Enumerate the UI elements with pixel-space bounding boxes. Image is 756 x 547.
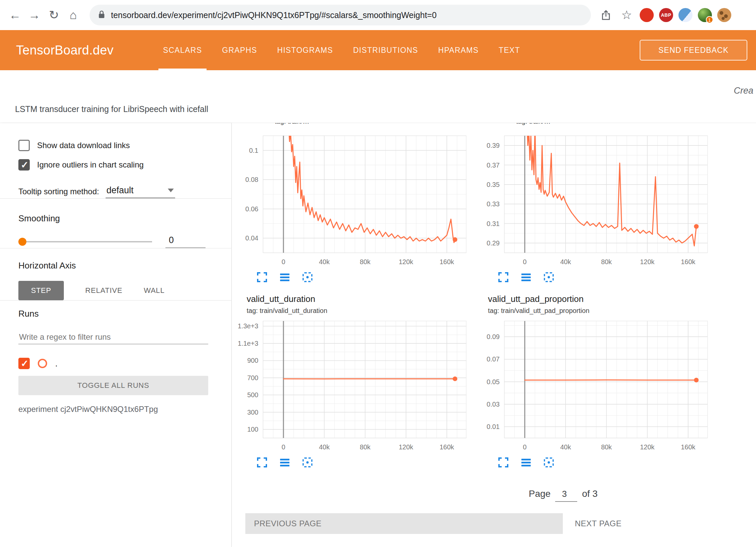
smoothing-row: 0 — [18, 235, 208, 248]
smoothing-slider[interactable] — [18, 237, 152, 246]
experiment-description: LSTM transducer training for LibriSpeech… — [15, 104, 208, 114]
divider — [0, 300, 231, 301]
chart-actions — [255, 456, 469, 469]
tab-scalars[interactable]: SCALARS — [153, 30, 212, 70]
horizontal-lines-icon[interactable] — [278, 456, 291, 469]
fit-domain-icon[interactable] — [542, 456, 555, 469]
page-total-label: of 3 — [582, 488, 598, 499]
svg-text:40k: 40k — [560, 258, 571, 265]
clipped-chart-tag: tag: train/… — [516, 123, 710, 127]
svg-text:0.33: 0.33 — [487, 200, 500, 208]
tab-histograms[interactable]: HISTOGRAMS — [267, 30, 343, 70]
home-icon[interactable]: ⌂ — [64, 5, 83, 25]
cookie-icon[interactable] — [717, 8, 731, 22]
axis-step-button[interactable]: STEP — [18, 281, 64, 300]
send-feedback-button[interactable]: SEND FEEDBACK — [640, 40, 747, 61]
chart-actions — [255, 270, 469, 284]
expand-chart-icon[interactable] — [497, 270, 510, 284]
smoothing-value-input[interactable]: 0 — [165, 235, 206, 248]
tab-graphs[interactable]: GRAPHS — [212, 30, 267, 70]
tab-hparams[interactable]: HPARAMS — [428, 30, 489, 70]
back-icon[interactable]: ← — [5, 5, 25, 25]
charts-main: tag: train/… 0.040.060.080.1040k80k120k1… — [232, 123, 756, 547]
chart-tag: tag: train/valid_utt_pad_proportion — [488, 307, 710, 315]
runs-filter-input[interactable] — [18, 330, 208, 344]
svg-text:0.01: 0.01 — [487, 423, 500, 430]
expand-chart-icon[interactable] — [255, 456, 269, 469]
show-download-links-checkbox[interactable] — [18, 140, 30, 151]
refresh-icon[interactable]: ↻ — [44, 5, 64, 25]
page-label: Page — [529, 488, 550, 499]
expand-chart-icon[interactable] — [497, 456, 510, 469]
show-download-links-label: Show data download links — [37, 141, 130, 150]
tab-text[interactable]: TEXT — [489, 30, 530, 70]
scalar-line-chart[interactable]: 1003005007009001.1e+31.3e+3040k80k120k16… — [235, 319, 469, 454]
share-icon[interactable] — [598, 5, 614, 25]
chart-card-top-left: tag: train/… 0.040.060.080.1040k80k120k1… — [235, 123, 469, 284]
chart-actions — [497, 456, 710, 469]
tooltip-sorting-label: Tooltip sorting method: — [18, 187, 99, 198]
experiment-subheader: Crea LSTM transducer training for LibriS… — [0, 70, 756, 123]
ignore-outliers-checkbox[interactable] — [18, 159, 30, 171]
scalar-line-chart[interactable]: 0.010.030.050.070.09040k80k120k160k — [476, 319, 710, 454]
run-checkbox[interactable] — [18, 358, 30, 369]
abp-extension-icon[interactable]: ABP — [659, 8, 673, 22]
slider-thumb[interactable] — [18, 238, 26, 246]
axis-wall-button[interactable]: WALL — [144, 286, 164, 295]
tooltip-sorting-row: Tooltip sorting method: default — [18, 185, 208, 198]
svg-text:500: 500 — [247, 391, 258, 399]
horizontal-axis-label: Horizontal Axis — [18, 260, 208, 271]
svg-text:0.04: 0.04 — [245, 234, 258, 242]
axis-relative-button[interactable]: RELATIVE — [85, 286, 122, 295]
ignore-outliers-label: Ignore outliers in chart scaling — [37, 160, 144, 170]
run-color-swatch[interactable] — [38, 359, 47, 368]
svg-text:120k: 120k — [640, 443, 655, 451]
horizontal-lines-icon[interactable] — [519, 456, 533, 469]
pagination: Page 3 of 3 — [529, 488, 756, 502]
svg-text:0.31: 0.31 — [487, 220, 500, 227]
svg-text:40k: 40k — [560, 443, 571, 451]
tab-distributions[interactable]: DISTRIBUTIONS — [343, 30, 428, 70]
svg-text:80k: 80k — [601, 258, 612, 265]
profile-badge: 1 — [706, 16, 713, 23]
svg-text:0.39: 0.39 — [487, 142, 500, 149]
svg-text:0.09: 0.09 — [487, 333, 500, 340]
adblock-extension-icon[interactable] — [640, 8, 654, 22]
fit-domain-icon[interactable] — [542, 270, 555, 284]
svg-text:120k: 120k — [399, 258, 413, 265]
forward-icon[interactable]: → — [25, 5, 44, 25]
scalar-line-chart[interactable]: 0.290.310.330.350.370.39040k80k120k160k — [476, 134, 710, 268]
expand-chart-icon[interactable] — [255, 270, 269, 284]
next-page-button[interactable]: NEXT PAGE — [575, 519, 622, 528]
url-text: tensorboard.dev/experiment/cj2vtPiwQHKN9… — [111, 10, 436, 20]
lock-icon — [98, 10, 105, 20]
fit-domain-icon[interactable] — [301, 456, 314, 469]
svg-text:0.08: 0.08 — [245, 176, 258, 183]
tooltip-sorting-select[interactable]: default — [106, 185, 175, 198]
page-number-input[interactable]: 3 — [555, 489, 577, 502]
previous-page-button[interactable]: PREVIOUS PAGE — [245, 513, 563, 534]
svg-text:0: 0 — [523, 258, 527, 265]
runs-label: Runs — [18, 309, 208, 319]
slider-track — [18, 241, 152, 242]
svg-text:0.35: 0.35 — [487, 181, 500, 188]
svg-text:0.37: 0.37 — [487, 161, 500, 169]
app-header: TensorBoard.dev SCALARS GRAPHS HISTOGRAM… — [0, 30, 756, 70]
profile-avatar[interactable]: 1 — [698, 8, 712, 22]
fit-domain-icon[interactable] — [301, 270, 314, 284]
toggle-all-runs-button[interactable]: TOGGLE ALL RUNS — [18, 376, 208, 395]
horizontal-lines-icon[interactable] — [278, 270, 291, 284]
svg-text:0.1: 0.1 — [249, 147, 258, 154]
horizontal-lines-icon[interactable] — [519, 270, 533, 284]
chart-row-top: tag: train/… 0.040.060.080.1040k80k120k1… — [235, 123, 756, 284]
address-bar[interactable]: tensorboard.dev/experiment/cj2vtPiwQHKN9… — [90, 5, 591, 25]
scalar-line-chart[interactable]: 0.040.060.080.1040k80k120k160k — [235, 134, 469, 268]
extension-icon[interactable] — [678, 8, 692, 22]
svg-text:80k: 80k — [601, 443, 612, 451]
svg-text:300: 300 — [247, 409, 258, 416]
created-text-clipped: Crea — [734, 86, 753, 96]
svg-text:160k: 160k — [681, 443, 696, 451]
svg-text:0.06: 0.06 — [245, 205, 258, 213]
bookmark-star-icon[interactable]: ☆ — [619, 5, 634, 25]
svg-text:80k: 80k — [360, 258, 371, 265]
